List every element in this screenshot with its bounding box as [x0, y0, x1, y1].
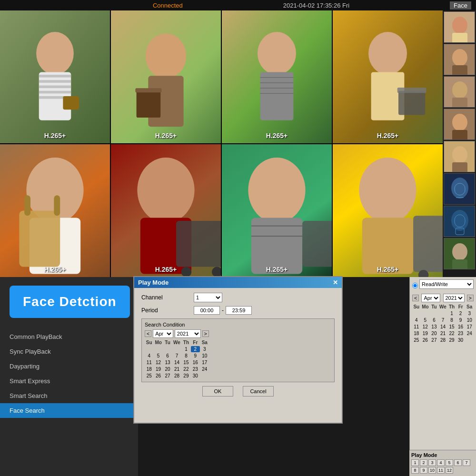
video-cell-3[interactable]: H.265+: [222, 10, 332, 143]
cal-day-10[interactable]: 10: [200, 353, 209, 359]
cal-year-select[interactable]: 202120202022: [175, 329, 201, 338]
cal-day-4[interactable]: 4: [145, 353, 153, 359]
menu-item-face-search[interactable]: Face Search: [0, 403, 138, 418]
right-cal-header: < Apr 2021 >: [412, 294, 474, 302]
menu-item-common-playback[interactable]: Common PlayBack: [0, 329, 138, 344]
cal-hdr-th: Th: [182, 339, 190, 346]
connection-status: Connected: [153, 2, 183, 9]
codec-5: H.265+: [44, 266, 66, 273]
cancel-button[interactable]: Cancel: [243, 386, 274, 397]
play-mode-num-4[interactable]: 4: [437, 459, 445, 466]
cal-hdr-su: Su: [145, 339, 153, 346]
cal-day-28[interactable]: 28: [172, 373, 181, 379]
face-thumb-5[interactable]: [444, 141, 475, 172]
cal-day-3[interactable]: 3: [200, 346, 209, 352]
face-thumb-3[interactable]: [444, 76, 475, 108]
play-mode-num-12[interactable]: 12: [446, 467, 453, 474]
face-detection-button[interactable]: Face Detction: [10, 286, 130, 318]
svg-point-12: [146, 33, 187, 79]
menu-item-sync-playback[interactable]: Sync PlayBack: [0, 344, 138, 359]
cal-day-12[interactable]: 12: [154, 359, 162, 366]
svg-rect-58: [452, 65, 467, 75]
video-cell-8[interactable]: H.265+: [333, 144, 443, 277]
play-mode-num-11[interactable]: 11: [437, 467, 445, 474]
cal-prev-btn[interactable]: <: [145, 330, 151, 337]
right-calendar-panel: Read/Write Read Only < Apr 2021 > Su Mo …: [409, 277, 476, 476]
play-mode-num-5[interactable]: 5: [446, 459, 453, 466]
play-mode-num-8[interactable]: 8: [411, 467, 419, 474]
right-cal-prev[interactable]: <: [412, 295, 419, 301]
face-thumb-6[interactable]: [444, 173, 475, 205]
period-end-input[interactable]: [226, 306, 252, 315]
cal-day-2[interactable]: 2: [191, 346, 199, 352]
rw-radio[interactable]: [412, 283, 418, 288]
cal-day-1[interactable]: 1: [182, 346, 190, 352]
play-mode-num-7[interactable]: 7: [463, 459, 470, 466]
video-cell-7[interactable]: H.265+: [222, 144, 332, 277]
play-mode-num-2[interactable]: 2: [420, 459, 427, 466]
face-tab[interactable]: Face: [450, 1, 471, 10]
play-mode-num-1[interactable]: 1: [411, 459, 419, 466]
video-cell-4[interactable]: H.265+: [333, 10, 443, 143]
cal-hdr-sa: Sa: [200, 339, 209, 346]
cal-day-25[interactable]: 25: [145, 373, 153, 379]
cal-day-7[interactable]: 7: [172, 353, 181, 359]
right-cal-month[interactable]: Apr: [421, 294, 440, 302]
cal-day-24[interactable]: 24: [200, 366, 209, 372]
face-thumb-1[interactable]: [444, 11, 475, 43]
svg-point-63: [452, 114, 467, 131]
cal-month-select[interactable]: AprJanFebMar MayJunJulAug SepOctNovDec: [153, 329, 173, 338]
menu-item-smart-search[interactable]: Smart Search: [0, 388, 138, 403]
cal-day-6[interactable]: 6: [163, 353, 172, 359]
video-cell-5[interactable]: H.265+: [0, 144, 110, 277]
svg-rect-46: [302, 221, 332, 267]
menu-item-dayparting[interactable]: Dayparting: [0, 359, 138, 374]
cal-day-22[interactable]: 22: [182, 366, 190, 372]
dialog-titlebar: Play Mode ✕: [134, 277, 342, 288]
right-cal-next[interactable]: >: [467, 295, 474, 301]
cal-day-9[interactable]: 9: [191, 353, 199, 359]
svg-point-35: [137, 158, 194, 223]
play-mode-num-6[interactable]: 6: [454, 459, 462, 466]
cal-day-empty: [163, 346, 172, 352]
cal-day-13[interactable]: 13: [163, 359, 172, 366]
cal-day-16[interactable]: 16: [191, 359, 199, 366]
cal-day-23[interactable]: 23: [191, 366, 199, 372]
play-mode-num-3[interactable]: 3: [428, 459, 436, 466]
codec-6: H.265+: [155, 266, 177, 273]
cal-grid: Su Mo Tu We Th Fr Sa 1 2 3 4: [145, 339, 209, 379]
cal-day-17[interactable]: 17: [200, 359, 209, 366]
menu-item-smart-express[interactable]: Smart Express: [0, 374, 138, 388]
video-cell-1[interactable]: H.265+: [0, 10, 110, 143]
top-bar: Connected 2021-04-02 17:35:26 Fri Face: [0, 0, 476, 10]
video-cell-6[interactable]: H.265+: [111, 144, 221, 277]
cal-day-18[interactable]: 18: [145, 366, 153, 372]
cal-day-14[interactable]: 14: [172, 359, 181, 366]
cal-day-19[interactable]: 19: [154, 366, 162, 372]
cal-day-20[interactable]: 20: [163, 366, 172, 372]
cal-day-30[interactable]: 30: [191, 373, 199, 379]
cal-day-29[interactable]: 29: [182, 373, 190, 379]
cal-day-15[interactable]: 15: [182, 359, 190, 366]
svg-rect-33: [54, 195, 60, 216]
channel-select[interactable]: 1234: [194, 293, 222, 302]
face-thumb-8[interactable]: [444, 238, 475, 269]
cal-day-27[interactable]: 27: [163, 373, 172, 379]
cal-day-26[interactable]: 26: [154, 373, 162, 379]
cal-day-8[interactable]: 8: [182, 353, 190, 359]
face-thumb-7[interactable]: [444, 206, 475, 237]
video-cell-2[interactable]: H.265+: [111, 10, 221, 143]
cal-day-11[interactable]: 11: [145, 359, 153, 366]
period-start-input[interactable]: [194, 306, 220, 315]
right-cal-year[interactable]: 2021: [443, 294, 465, 302]
face-thumb-2[interactable]: [444, 44, 475, 75]
play-mode-num-9[interactable]: 9: [420, 467, 427, 474]
play-mode-num-10[interactable]: 10: [428, 467, 436, 474]
dialog-close-icon[interactable]: ✕: [333, 279, 338, 286]
cal-next-btn[interactable]: >: [202, 330, 209, 337]
rw-select[interactable]: Read/Write Read Only: [419, 279, 474, 289]
cal-day-5[interactable]: 5: [154, 353, 162, 359]
cal-day-21[interactable]: 21: [172, 366, 181, 372]
ok-button[interactable]: OK: [202, 386, 233, 397]
face-thumb-4[interactable]: [444, 109, 475, 140]
